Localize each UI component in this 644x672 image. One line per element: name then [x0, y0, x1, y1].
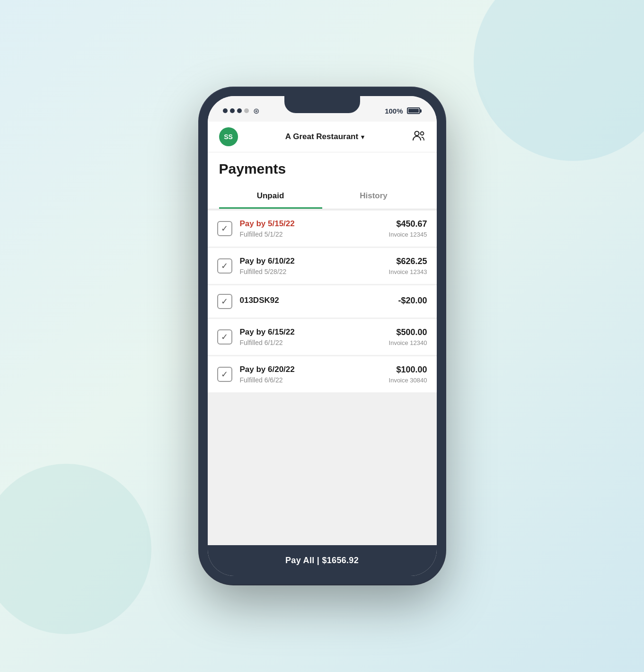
checkbox-0[interactable]: ✓ — [217, 221, 232, 236]
payment-amount-section-3: $500.00 Invoice 12340 — [389, 327, 427, 346]
payment-due-2: 013DSK92 — [240, 296, 391, 305]
signal-dot-3 — [237, 108, 242, 113]
payment-fulfilled-0: Fulfilled 5/1/22 — [240, 230, 381, 238]
avatar[interactable]: SS — [219, 127, 238, 146]
tab-history[interactable]: History — [322, 185, 425, 209]
payment-amount-0: $450.67 — [389, 219, 427, 229]
payment-invoice-3: Invoice 12340 — [389, 339, 427, 346]
signal-indicators: ⊛ — [223, 106, 259, 115]
battery-status: 100% — [385, 107, 421, 115]
users-icon[interactable] — [412, 130, 425, 144]
svg-point-0 — [415, 132, 419, 136]
payment-info-1: Pay by 6/10/22 Fulfilled 5/28/22 — [240, 256, 381, 275]
payment-amount-section-0: $450.67 Invoice 12345 — [389, 219, 427, 238]
payment-amount-section-2: -$20.00 — [398, 296, 427, 308]
payment-amount-3: $500.00 — [389, 327, 427, 337]
battery-icon — [407, 107, 422, 114]
payment-item-3[interactable]: ✓ Pay by 6/15/22 Fulfilled 6/1/22 $500.0… — [208, 319, 437, 355]
payment-fulfilled-4: Fulfilled 6/6/22 — [240, 376, 381, 384]
payment-item-0[interactable]: ✓ Pay by 5/15/22 Fulfilled 5/1/22 $450.6… — [208, 211, 437, 247]
tabs: Unpaid History — [219, 185, 425, 209]
checkbox-1[interactable]: ✓ — [217, 258, 232, 274]
checkbox-3[interactable]: ✓ — [217, 329, 232, 345]
dropdown-arrow-icon: ▾ — [361, 133, 364, 141]
payment-info-3: Pay by 6/15/22 Fulfilled 6/1/22 — [240, 327, 381, 346]
payment-amount-4: $100.00 — [389, 365, 427, 375]
signal-dot-1 — [223, 108, 228, 113]
payment-due-0: Pay by 5/15/22 — [240, 219, 381, 229]
payment-item-4[interactable]: ✓ Pay by 6/20/22 Fulfilled 6/6/22 $100.0… — [208, 356, 437, 392]
payment-invoice-0: Invoice 12345 — [389, 231, 427, 238]
restaurant-name: A Great Restaurant — [285, 132, 358, 141]
payment-item-2[interactable]: ✓ 013DSK92 -$20.00 — [208, 285, 437, 318]
payment-amount-section-1: $626.25 Invoice 12343 — [389, 256, 427, 275]
payment-fulfilled-1: Fulfilled 5/28/22 — [240, 268, 381, 275]
payment-due-3: Pay by 6/15/22 — [240, 327, 381, 337]
restaurant-selector[interactable]: A Great Restaurant ▾ — [285, 132, 364, 141]
phone-screen: ⊛ 100% SS A Great Restaurant ▾ — [208, 96, 437, 576]
phone-notch — [284, 96, 360, 113]
payment-info-0: Pay by 5/15/22 Fulfilled 5/1/22 — [240, 219, 381, 238]
tab-unpaid[interactable]: Unpaid — [219, 185, 322, 209]
payment-amount-2: -$20.00 — [398, 296, 427, 306]
phone-shell: ⊛ 100% SS A Great Restaurant ▾ — [199, 88, 445, 584]
checkbox-2[interactable]: ✓ — [217, 294, 232, 309]
checkbox-4[interactable]: ✓ — [217, 367, 232, 382]
payment-fulfilled-3: Fulfilled 6/1/22 — [240, 339, 381, 346]
wifi-icon: ⊛ — [253, 106, 259, 115]
pay-all-label: Pay All — [285, 556, 314, 565]
pay-all-separator: | — [317, 556, 322, 565]
pay-all-total: $1656.92 — [322, 556, 358, 565]
payment-invoice-4: Invoice 30840 — [389, 377, 427, 384]
payment-info-4: Pay by 6/20/22 Fulfilled 6/6/22 — [240, 365, 381, 384]
page-title-section: Payments Unpaid History — [208, 152, 437, 209]
payment-amount-section-4: $100.00 Invoice 30840 — [389, 365, 427, 384]
payment-invoice-1: Invoice 12343 — [389, 268, 427, 275]
app-header: SS A Great Restaurant ▾ — [208, 122, 437, 152]
payment-list: ✓ Pay by 5/15/22 Fulfilled 5/1/22 $450.6… — [208, 209, 437, 545]
signal-dot-4 — [244, 108, 249, 113]
payment-due-4: Pay by 6/20/22 — [240, 365, 381, 374]
svg-point-1 — [420, 132, 423, 135]
payment-info-2: 013DSK92 — [240, 296, 391, 307]
battery-percentage: 100% — [385, 107, 403, 115]
payment-amount-1: $626.25 — [389, 256, 427, 266]
pay-all-button[interactable]: Pay All | $1656.92 — [208, 545, 437, 576]
payment-item-1[interactable]: ✓ Pay by 6/10/22 Fulfilled 5/28/22 $626.… — [208, 248, 437, 284]
signal-dot-2 — [230, 108, 235, 113]
payment-due-1: Pay by 6/10/22 — [240, 256, 381, 266]
page-title: Payments — [219, 161, 425, 177]
